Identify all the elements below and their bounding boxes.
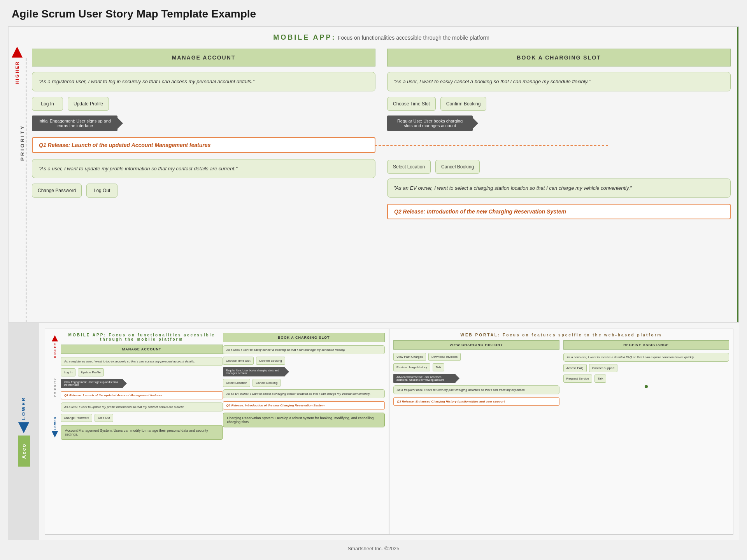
web-portal-label: WEB PORTAL:	[461, 333, 501, 337]
mini-task-choose-time: Choose Time Slot	[223, 357, 254, 365]
mini-task-select-loc: Select Location	[223, 379, 251, 387]
book-charging-tasks-2: Select Location Cancel Booking	[387, 160, 731, 174]
mini-view-charging-epic: VIEW CHARGING HISTORY	[393, 340, 559, 350]
receive-assistance-col: RECEIVE ASSISTANCE As a new user, I want…	[563, 340, 729, 409]
mini-bottom-story-charging: Charging Reservation System: Develop a r…	[223, 413, 385, 427]
mobile-app-title: MOBILE APP:	[273, 33, 336, 41]
mini-task-login: Log In	[61, 368, 75, 376]
mini-priority-label: PRIORITY	[54, 378, 56, 397]
mini-web-milestone: Advanced Interaction: User accesses addi…	[393, 374, 456, 383]
mini-dashed-v-2	[55, 398, 55, 415]
bottom-priority-col: HIGHER PRIORITY LOWER	[49, 333, 61, 440]
mini-tasks-4: Select Location Cancel Booking	[223, 379, 385, 387]
mini-web-tasks-1: View Past Charges Download Invoices	[393, 353, 559, 361]
manage-account-tasks-1: Log In Update Profile	[32, 97, 375, 111]
web-columns: VIEW CHARGING HISTORY View Past Charges …	[393, 340, 729, 409]
q2-release-band: Q2 Release: Introduction of the new Char…	[387, 204, 731, 219]
mini-task-change-pw: Change Password	[61, 414, 92, 422]
mini-task-cancel-booking: Cancel Booking	[253, 379, 281, 387]
mini-task-update-profile: Update Profile	[78, 368, 104, 376]
footer: Smartsheet Inc. ©2025	[8, 540, 739, 557]
spacer-q1-level	[387, 136, 731, 160]
q1-dashed-line	[375, 145, 608, 146]
bottom-right-panel: WEB PORTAL: Focus on features specific t…	[389, 329, 733, 535]
mini-receive-assistance-story: As a new user, I want to receive a detai…	[563, 353, 729, 362]
footer-text: Smartsheet Inc. ©2025	[347, 546, 399, 551]
mini-manage-account-story: As a registered user, I want to log in s…	[61, 357, 223, 366]
mobile-mini-header: MOBILE APP: Focus on functionalities acc…	[61, 333, 223, 341]
page-title: Agile Scrum User Story Map Template Exam…	[8, 8, 739, 20]
mini-web-tasks-4: Request Service Talk	[563, 374, 729, 383]
mini-tasks-2: Choose Time Slot Confirm Booking	[223, 357, 385, 365]
mini-higher-label: HIGHER	[54, 343, 56, 358]
mini-story-3: As a user, I want to update my profile i…	[61, 402, 223, 411]
milestone-initial-engagement: Initial Engagement: User signs up and le…	[32, 116, 117, 131]
top-section: HIGHER PRIORITY MOBILE APP: Focus on fun…	[8, 27, 739, 322]
bottom-section: LOWER Acco HIGHER PRIORITY LOWER	[8, 322, 739, 540]
web-portal-header: WEB PORTAL: Focus on features specific t…	[393, 333, 729, 337]
mini-review-usage: Review Usage History	[393, 363, 430, 371]
web-portal-subtitle: Focus on features specific to the web-ba…	[503, 333, 662, 337]
mini-web-tasks-2: Access FAQ Contact Support	[563, 364, 729, 372]
mini-web-tasks-3: Review Usage History Talk	[393, 363, 559, 371]
mini-dashed-v	[55, 359, 55, 376]
main-container: HIGHER PRIORITY MOBILE APP: Focus on fun…	[8, 26, 739, 557]
manage-account-epic: MANAGE ACCOUNT	[32, 49, 375, 66]
q3-release-band: Q3 Release: Enhanced Charging History fu…	[393, 397, 559, 406]
manage-account-story-1: "As a registered user, I want to log in …	[32, 72, 375, 91]
milestone-regular-use: Regular Use: User books charging slots a…	[387, 116, 473, 131]
mini-receive-assistance-epic: RECEIVE ASSISTANCE	[563, 340, 729, 350]
mini-tasks-1: Log In Update Profile	[61, 368, 223, 376]
lower-label-col: LOWER Acco	[8, 323, 39, 540]
task-confirm-booking: Confirm Booking	[440, 97, 487, 111]
mini-milestone-2: Regular Use: User books charging slots a…	[223, 367, 285, 376]
mini-talk-2: Talk	[594, 374, 606, 383]
view-charging-history-col: VIEW CHARGING HISTORY View Past Charges …	[393, 340, 559, 409]
mini-arrow-down-icon	[52, 431, 58, 438]
book-charging-tasks-1: Choose Time Slot Confirm Booking	[387, 97, 731, 111]
mini-talk-1: Talk	[433, 363, 444, 371]
q1-release-label: Q1 Release: Launch of the updated Accoun…	[39, 142, 210, 148]
mobile-mini-col-2: BOOK A CHARGING SLOT As a user, I want t…	[223, 333, 385, 440]
mini-arrow-up-icon	[52, 335, 58, 341]
dashed-vertical-line	[26, 58, 26, 322]
task-choose-time-slot: Choose Time Slot	[387, 97, 436, 111]
mini-task-confirm-booking: Confirm Booking	[256, 357, 285, 365]
bottom-left-panel: HIGHER PRIORITY LOWER MOBILE APP: Focus …	[45, 329, 389, 535]
task-update-profile: Update Profile	[68, 97, 109, 111]
mini-story-4: As an EV owner, I want to select a charg…	[223, 389, 385, 398]
task-logout: Log Out	[86, 184, 117, 198]
mini-lower-label: LOWER	[54, 416, 56, 430]
priority-left-indicators: HIGHER	[12, 47, 23, 84]
higher-label: HIGHER	[15, 61, 19, 84]
priority-main-label: PRIORITY	[19, 124, 25, 161]
mobile-mini-col-1: MOBILE APP: Focus on functionalities acc…	[61, 333, 223, 440]
q1-release-band: Q1 Release: Launch of the updated Accoun…	[32, 137, 375, 153]
manage-account-column: MANAGE ACCOUNT "As a registered user, I …	[32, 49, 375, 226]
manage-account-story-2: "As a user, I want to update my profile …	[32, 159, 375, 178]
mini-download-invoices: Download Invoices	[428, 353, 461, 361]
mini-tasks-3: Change Password Step Out	[61, 414, 223, 422]
book-charging-story-1: "As a user, I want to easily cancel a bo…	[387, 72, 731, 91]
task-login: Log In	[32, 97, 63, 111]
mini-task-step-out: Step Out	[95, 414, 113, 422]
task-select-location: Select Location	[387, 160, 431, 174]
mini-web-story-2: As a frequent user, I want to view my pa…	[393, 385, 559, 394]
task-change-password: Change Password	[32, 184, 82, 198]
mini-bottom-story-left: Account Management System: Users can mod…	[61, 425, 223, 440]
manage-account-tasks-2: Change Password Log Out	[32, 184, 375, 198]
mobile-app-subtitle: Focus on functionalities accessible thro…	[338, 35, 489, 41]
mini-contact-support: Contact Support	[589, 364, 618, 372]
acct-label-box: Acco	[18, 436, 30, 467]
lower-label: LOWER	[21, 397, 26, 420]
mini-view-past-charges: View Past Charges	[393, 353, 426, 361]
bottom-left-inner-grid: HIGHER PRIORITY LOWER MOBILE APP: Focus …	[49, 333, 385, 440]
q2-release-label: Q2 Release: Introduction of the new Char…	[394, 208, 566, 215]
mini-q1-release: Q1 Release: Launch of the updated Accoun…	[61, 391, 223, 399]
bottom-content: HIGHER PRIORITY LOWER MOBILE APP: Focus …	[39, 323, 739, 540]
mini-book-charging-story: As a user, I want to easily cancel a boo…	[223, 345, 385, 354]
mini-milestone-1: Initial Engagement: User signs up and le…	[61, 379, 123, 388]
book-charging-story-2: "As an EV owner, I want to select a char…	[387, 178, 731, 198]
mini-book-charging-epic: BOOK A CHARGING SLOT	[223, 333, 385, 342]
mini-manage-account-epic: MANAGE ACCOUNT	[61, 345, 223, 354]
